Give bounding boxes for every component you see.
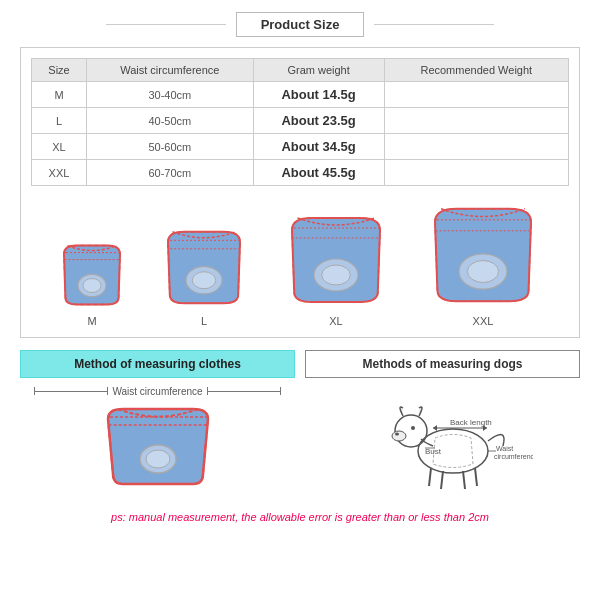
cell-waist: 40-50cm (87, 108, 254, 134)
size-table: Size Waist circumference Gram weight Rec… (31, 58, 569, 186)
cell-waist: 50-60cm (87, 134, 254, 160)
cell-size: XL (32, 134, 87, 160)
diapers-row: M L XL XXL (31, 200, 569, 327)
svg-text:Back length: Back length (450, 418, 492, 427)
bracket-row: Waist circumference (34, 386, 282, 397)
diaper-item: XXL (423, 200, 543, 327)
diaper-svg-M (57, 240, 127, 310)
svg-point-18 (395, 433, 399, 436)
waist-circumference-label: Waist circumference (108, 386, 206, 397)
measure-dogs-title: Methods of measuring dogs (305, 350, 580, 378)
diaper-label-XXL: XXL (473, 315, 494, 327)
cell-gram: About 45.5g (253, 160, 384, 186)
svg-marker-25 (433, 425, 437, 431)
diaper-item: XL (281, 210, 391, 327)
bracket-line-left (34, 391, 109, 392)
table-row: L 40-50cm About 23.5g (32, 108, 569, 134)
cell-size: XXL (32, 160, 87, 186)
diaper-item: L (159, 225, 249, 327)
table-row: XL 50-60cm About 34.5g (32, 134, 569, 160)
diaper-svg-XXL (423, 200, 543, 310)
bracket-line-right (207, 391, 282, 392)
col-gram: Gram weight (253, 59, 384, 82)
product-size-title: Product Size (236, 12, 365, 37)
col-size: Size (32, 59, 87, 82)
measure-clothes-box: Method of measuring clothes Waist circum… (20, 350, 295, 499)
cell-rec (384, 160, 568, 186)
col-rec: Recommended Weight (384, 59, 568, 82)
svg-text:Waist: Waist (496, 445, 513, 452)
cell-waist: 60-70cm (87, 160, 254, 186)
measure-clothes-content: Waist circumference (20, 386, 295, 499)
cell-rec (384, 82, 568, 108)
cell-waist: 30-40cm (87, 82, 254, 108)
col-waist: Waist circumference (87, 59, 254, 82)
svg-line-20 (429, 468, 431, 486)
diaper-svg-L (159, 225, 249, 310)
main-container: Size Waist circumference Gram weight Rec… (20, 47, 580, 338)
waist-label: Waist circumference (20, 386, 295, 399)
diaper-svg-XL (281, 210, 391, 310)
note: ps: manual measurement, the allowable er… (111, 511, 489, 523)
svg-line-23 (475, 468, 477, 486)
diaper-item: M (57, 240, 127, 327)
table-row: XXL 60-70cm About 45.5g (32, 160, 569, 186)
cell-gram: About 23.5g (253, 108, 384, 134)
cell-size: M (32, 82, 87, 108)
diaper-label-XL: XL (329, 315, 342, 327)
svg-line-22 (463, 471, 465, 489)
cell-size: L (32, 108, 87, 134)
cell-rec (384, 134, 568, 160)
cell-rec (384, 108, 568, 134)
measure-clothes-title: Method of measuring clothes (20, 350, 295, 378)
clothes-diaper-svg (93, 399, 223, 499)
diaper-label-L: L (201, 315, 207, 327)
svg-line-21 (441, 471, 443, 489)
svg-point-5 (192, 272, 215, 289)
dog-svg: Back length Bust Waist circumference (353, 386, 533, 491)
measure-dogs-box: Methods of measuring dogs (305, 350, 580, 499)
svg-point-19 (411, 426, 415, 430)
title-line-left (106, 24, 226, 25)
svg-point-17 (392, 431, 406, 441)
svg-text:circumference: circumference (494, 453, 533, 460)
table-row: M 30-40cm About 14.5g (32, 82, 569, 108)
bottom-section: Method of measuring clothes Waist circum… (20, 350, 580, 499)
page: Product Size Size Waist circumference Gr… (0, 0, 600, 600)
cell-gram: About 34.5g (253, 134, 384, 160)
title-section: Product Size (20, 12, 580, 37)
svg-point-2 (83, 279, 101, 293)
svg-point-8 (322, 265, 351, 285)
diaper-label-M: M (87, 315, 96, 327)
svg-point-11 (467, 261, 498, 283)
measure-dogs-content: Back length Bust Waist circumference (305, 386, 580, 491)
cell-gram: About 14.5g (253, 82, 384, 108)
svg-point-14 (146, 450, 170, 468)
title-line-right (374, 24, 494, 25)
